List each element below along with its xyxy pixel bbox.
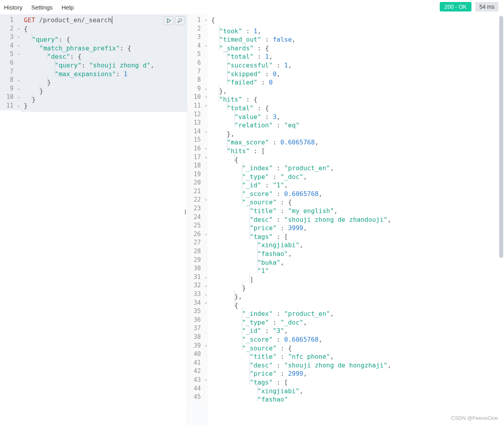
line-number: 44 bbox=[187, 385, 208, 393]
line-number: 24 bbox=[187, 213, 208, 222]
line-number: 4 bbox=[187, 42, 208, 50]
line-number: 9 bbox=[187, 85, 208, 93]
code-line[interactable]: "total" : { bbox=[211, 102, 501, 110]
pane-splitter[interactable]: || bbox=[185, 209, 185, 214]
line-number: 10 bbox=[187, 93, 208, 102]
line-number: 27 bbox=[187, 238, 208, 247]
line-number: 32 bbox=[187, 281, 208, 290]
code-line[interactable]: "xingjiabi", bbox=[211, 385, 501, 393]
code-line[interactable]: "_shards" : { bbox=[211, 42, 501, 50]
code-line[interactable]: "_score" : 0.6065768, bbox=[211, 187, 501, 196]
code-line[interactable]: "title" : "nfc phone", bbox=[211, 350, 501, 359]
line-number: 21 bbox=[187, 187, 208, 196]
request-code[interactable]: GET /product_en/_search{ "query": { "mat… bbox=[21, 14, 187, 112]
line-number: 20 bbox=[187, 179, 208, 187]
line-number: 9 bbox=[0, 85, 21, 93]
menu-help[interactable]: Help bbox=[62, 4, 74, 11]
code-line[interactable]: } bbox=[24, 102, 184, 110]
line-number: 7 bbox=[0, 67, 21, 76]
code-line[interactable]: "_source" : { bbox=[211, 342, 501, 350]
code-line[interactable]: "fashao" bbox=[211, 393, 501, 402]
code-line[interactable]: "desc" : "shouji zhong de zhandouji", bbox=[211, 213, 501, 222]
status-badge-time: 54 ms bbox=[475, 2, 498, 12]
code-line[interactable]: "hits" : [ bbox=[211, 144, 501, 153]
code-line[interactable]: "hits" : { bbox=[211, 93, 501, 102]
line-number: 14 bbox=[187, 127, 208, 136]
code-line[interactable]: "failed" : 0 bbox=[211, 76, 501, 85]
response-gutter: 1234567891011121314151617181920212223242… bbox=[187, 14, 208, 402]
line-number: 26 bbox=[187, 230, 208, 239]
status-badge-ok: 200 - OK bbox=[440, 2, 471, 12]
watermark: CSDN @FeenixOne bbox=[451, 415, 498, 421]
line-number: 5 bbox=[0, 50, 21, 59]
line-number: 41 bbox=[187, 359, 208, 367]
code-line[interactable]: } bbox=[24, 93, 184, 102]
line-number: 16 bbox=[187, 144, 208, 153]
code-line[interactable]: "value" : 3, bbox=[211, 110, 501, 119]
code-line[interactable]: "_type" : "_doc", bbox=[211, 170, 501, 179]
code-line[interactable]: "buka", bbox=[211, 256, 501, 265]
code-line[interactable]: "query": "shouji zhong d", bbox=[24, 59, 184, 67]
code-line[interactable]: "tags" : [ bbox=[211, 230, 501, 239]
line-number: 22 bbox=[187, 196, 208, 204]
wrench-button[interactable] bbox=[175, 16, 185, 25]
code-line[interactable]: "skipped" : 0, bbox=[211, 67, 501, 76]
scrollbar-thumb[interactable] bbox=[499, 16, 503, 258]
code-line[interactable]: "timed_out" : false, bbox=[211, 33, 501, 42]
code-line[interactable]: "_index" : "product_en", bbox=[211, 307, 501, 316]
line-number: 1 bbox=[187, 16, 208, 25]
line-number: 18 bbox=[187, 162, 208, 170]
line-number: 8 bbox=[187, 76, 208, 85]
menu-history[interactable]: History bbox=[4, 4, 23, 11]
line-number: 3 bbox=[187, 33, 208, 42]
code-line[interactable]: { bbox=[24, 25, 184, 33]
menubar: History Settings Help 200 - OK 54 ms bbox=[0, 0, 504, 14]
line-number: 8 bbox=[0, 76, 21, 85]
code-line[interactable]: { bbox=[211, 16, 501, 25]
code-line[interactable]: GET /product_en/_search bbox=[24, 16, 184, 25]
code-line[interactable]: "max_score" : 0.6065768, bbox=[211, 136, 501, 144]
menu-settings[interactable]: Settings bbox=[31, 4, 53, 11]
code-line[interactable]: { bbox=[211, 299, 501, 308]
code-line[interactable]: "match_phrase_prefix": { bbox=[24, 42, 184, 50]
code-line[interactable]: "successful" : 1, bbox=[211, 59, 501, 67]
line-number: 42 bbox=[187, 367, 208, 376]
code-line[interactable]: "relation" : "eq" bbox=[211, 119, 501, 127]
line-number: 10 bbox=[0, 93, 21, 102]
line-number: 34 bbox=[187, 299, 208, 308]
code-line[interactable]: "took" : 1, bbox=[211, 25, 501, 33]
code-line[interactable]: "total" : 1, bbox=[211, 50, 501, 59]
code-line[interactable]: "_id" : "3", bbox=[211, 324, 501, 333]
line-number: 5 bbox=[187, 50, 208, 59]
code-line[interactable]: "_score" : 0.6065768, bbox=[211, 333, 501, 342]
code-line[interactable]: "fashao", bbox=[211, 247, 501, 256]
line-number: 19 bbox=[187, 170, 208, 179]
line-number: 11 bbox=[0, 102, 21, 110]
code-line[interactable]: }, bbox=[211, 290, 501, 299]
line-number: 15 bbox=[187, 136, 208, 144]
code-line[interactable]: "xingjiabi", bbox=[211, 238, 501, 247]
line-number: 2 bbox=[0, 25, 21, 33]
run-button[interactable] bbox=[164, 16, 173, 25]
code-line[interactable]: "query": { bbox=[24, 33, 184, 42]
code-line[interactable]: "max_expansions": 1 bbox=[24, 67, 184, 76]
code-line[interactable]: "_index" : "product_en", bbox=[211, 162, 501, 170]
line-number: 28 bbox=[187, 247, 208, 256]
code-line[interactable]: "1" bbox=[211, 264, 501, 273]
line-number: 37 bbox=[187, 324, 208, 333]
request-editor[interactable]: 1234567891011 GET /product_en/_search{ "… bbox=[0, 14, 187, 425]
code-line[interactable]: "title" : "my english", bbox=[211, 204, 501, 213]
code-line[interactable]: "tags" : [ bbox=[211, 376, 501, 385]
line-number: 30 bbox=[187, 264, 208, 273]
line-number: 23 bbox=[187, 204, 208, 213]
response-code[interactable]: { "took" : 1, "timed_out" : false, "_sha… bbox=[208, 14, 504, 403]
line-number: 1 bbox=[0, 16, 21, 25]
code-line[interactable]: "desc" : "shouji zhong de hongzhaji", bbox=[211, 359, 501, 367]
line-number: 7 bbox=[187, 67, 208, 76]
line-number: 35 bbox=[187, 307, 208, 316]
code-line[interactable]: "_id" : "1", bbox=[211, 179, 501, 187]
code-line[interactable]: "_source" : { bbox=[211, 196, 501, 204]
code-line[interactable]: "_type" : "_doc", bbox=[211, 316, 501, 325]
line-number: 6 bbox=[0, 59, 21, 67]
code-line[interactable]: } bbox=[211, 281, 501, 290]
